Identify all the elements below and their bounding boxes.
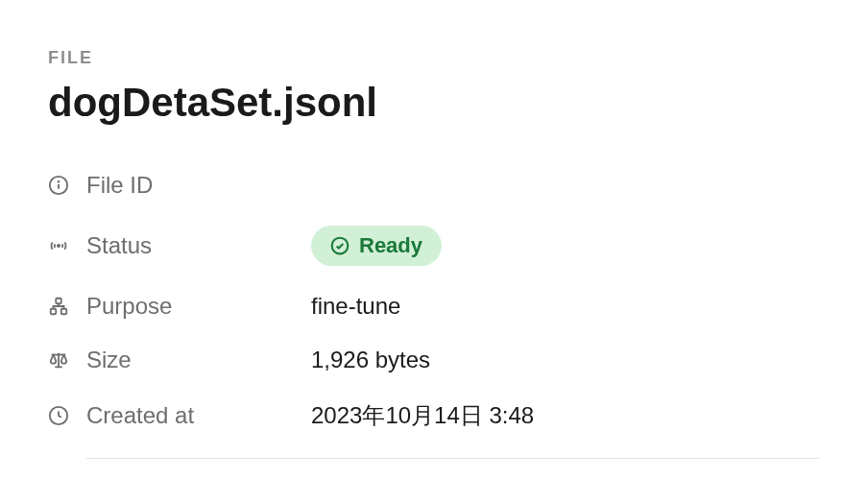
size-value: 1,926 bytes [311, 347, 430, 373]
divider [86, 458, 820, 459]
row-purpose: Purpose fine-tune [48, 293, 820, 320]
info-icon [48, 175, 69, 196]
file-title: dogDetaSet.jsonl [48, 80, 820, 126]
file-detail-panel: FILE dogDetaSet.jsonl File ID [48, 48, 820, 459]
hierarchy-icon [48, 296, 69, 317]
label-group: File ID [48, 172, 311, 199]
purpose-value: fine-tune [311, 293, 400, 320]
svg-rect-6 [51, 309, 57, 315]
purpose-label: Purpose [86, 293, 172, 320]
check-circle-icon [330, 236, 350, 255]
status-value: Ready [359, 233, 422, 258]
svg-point-2 [59, 181, 60, 182]
label-group: Size [48, 347, 311, 373]
section-eyebrow: FILE [48, 48, 820, 68]
file-details: File ID Status [48, 172, 820, 431]
svg-point-3 [58, 245, 60, 247]
clock-icon [48, 405, 69, 426]
scale-icon [48, 349, 69, 371]
label-group: Created at [48, 402, 311, 429]
row-created-at: Created at 2023年10月14日 3:48 [48, 400, 820, 431]
created-at-value: 2023年10月14日 3:48 [311, 400, 534, 431]
created-at-label: Created at [86, 402, 194, 429]
svg-rect-7 [61, 309, 67, 315]
broadcast-icon [48, 235, 69, 256]
row-status: Status Ready [48, 226, 820, 266]
status-badge: Ready [311, 226, 442, 266]
label-group: Purpose [48, 293, 311, 320]
svg-rect-5 [56, 299, 61, 304]
label-group: Status [48, 232, 311, 259]
size-label: Size [86, 347, 132, 373]
row-file-id: File ID [48, 172, 820, 199]
row-size: Size 1,926 bytes [48, 347, 820, 373]
status-label: Status [86, 232, 152, 259]
file-id-label: File ID [86, 172, 153, 199]
